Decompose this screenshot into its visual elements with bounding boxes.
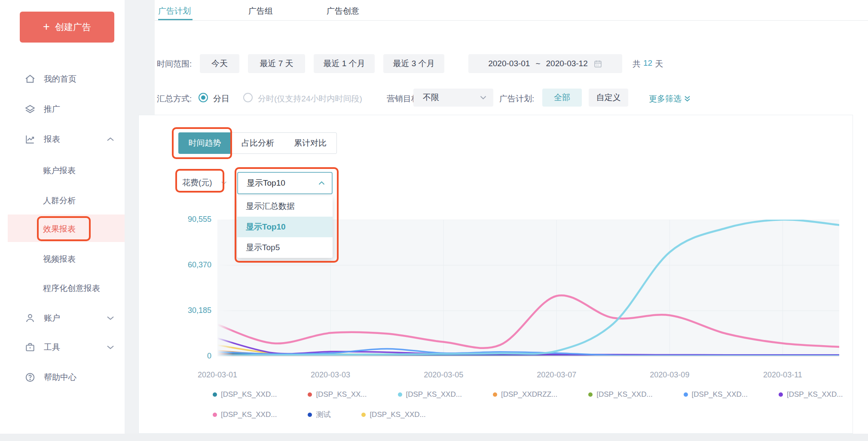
chart-tab-share-analysis[interactable]: 占比分析 xyxy=(231,132,284,154)
legend-dot-icon xyxy=(308,392,312,397)
topn-selected-value: 显示Top10 xyxy=(238,178,285,189)
double-chevron-down-icon xyxy=(684,95,691,102)
x-axis-tick: 2020-03-05 xyxy=(409,371,478,380)
campaign-all-button[interactable]: 全部 xyxy=(542,89,582,107)
legend-label: [DSP_KS_XXD... xyxy=(596,390,652,399)
create-ad-label: 创建广告 xyxy=(55,21,91,33)
summary-mode-label: 汇总方式: xyxy=(157,93,192,104)
total-days-number: 12 xyxy=(643,58,652,70)
quick-range-today-button[interactable]: 今天 xyxy=(200,54,239,73)
legend-item[interactable]: [DSP_KS_XX... xyxy=(308,390,367,399)
x-axis-tick: 2020-03-09 xyxy=(635,371,704,380)
legend-dot-icon xyxy=(684,392,688,397)
y-axis-tick: 0 xyxy=(157,352,211,361)
sidebar-item-home[interactable]: 我的首页 xyxy=(24,72,76,86)
x-axis-tick: 2020-03-07 xyxy=(522,371,591,380)
legend-label: [DSP_KS_XXD... xyxy=(406,390,462,399)
dropdown-option-top10[interactable]: 显示Top10 xyxy=(237,217,333,237)
legend-item[interactable]: [DSP_KS_XXD... xyxy=(684,390,748,399)
y-axis-tick: 90,555 xyxy=(157,215,211,224)
person-icon xyxy=(24,312,36,324)
legend-item[interactable]: [DSP_KS_XXD... xyxy=(398,390,462,399)
total-days: 共12天 xyxy=(633,58,663,70)
home-icon xyxy=(24,74,36,85)
legend-label: [DSP_KS_XXD... xyxy=(370,410,425,419)
legend-item[interactable]: [DSP_XXDRZZ... xyxy=(493,390,557,399)
legend-item[interactable]: [DSP_KS_XXD... xyxy=(213,410,277,420)
more-filters-label: 更多筛选 xyxy=(649,93,682,104)
x-axis-tick: 2020-03-11 xyxy=(748,371,817,380)
quick-range-3months-button[interactable]: 最近 3 个月 xyxy=(383,54,444,73)
chevron-down-icon[interactable] xyxy=(221,181,227,185)
metric-selector[interactable]: 花费(元) xyxy=(182,177,212,188)
tab-ad-creative[interactable]: 广告创意 xyxy=(327,6,359,17)
sidebar-item-account-report[interactable]: 账户报表 xyxy=(43,165,76,176)
sidebar-item-help-center[interactable]: 帮助中心 xyxy=(24,371,76,384)
radio-hourly[interactable] xyxy=(243,93,253,102)
legend-label: 测试 xyxy=(316,410,330,420)
sidebar-item-video-report[interactable]: 视频报表 xyxy=(43,254,76,265)
legend-item[interactable]: [DSP_KS_XXD... xyxy=(361,410,425,420)
dropdown-option-summary[interactable]: 显示汇总数据 xyxy=(237,196,333,217)
chevron-up-icon[interactable] xyxy=(107,136,114,142)
page-bottom-strip xyxy=(0,434,868,441)
legend-dot-icon xyxy=(779,392,783,397)
radio-daily-label[interactable]: 分日 xyxy=(213,93,229,104)
more-filters-link[interactable]: 更多筛选 xyxy=(649,93,691,104)
legend-item[interactable]: 测试 xyxy=(308,410,330,420)
marketing-goal-value: 不限 xyxy=(423,92,439,103)
chevron-down-icon[interactable] xyxy=(107,344,114,350)
quick-range-1month-button[interactable]: 最近 1 个月 xyxy=(314,54,375,73)
help-icon xyxy=(24,372,36,383)
legend-dot-icon xyxy=(361,413,366,417)
sidebar-item-label: 报表 xyxy=(44,134,60,145)
legend-dot-icon xyxy=(213,392,217,397)
tab-ad-group[interactable]: 广告组 xyxy=(248,6,273,17)
sidebar-item-reports[interactable]: 报表 xyxy=(24,132,60,146)
chevron-down-icon[interactable] xyxy=(107,315,114,321)
sidebar-item-label: 我的首页 xyxy=(44,74,76,85)
sidebar-item-tools[interactable]: 工具 xyxy=(24,340,60,354)
create-ad-button[interactable]: + 创建广告 xyxy=(20,12,114,43)
layers-icon xyxy=(24,104,36,115)
date-end: 2020-03-12 xyxy=(546,59,588,68)
sidebar-item-programmatic-creative-report[interactable]: 程序化创意报表 xyxy=(43,283,100,294)
dropdown-option-top5[interactable]: 显示Top5 xyxy=(237,237,333,258)
legend-item[interactable]: [DSP_KS_XXD... xyxy=(588,390,652,399)
campaign-filter-label: 广告计划: xyxy=(499,93,534,104)
chevron-up-icon xyxy=(318,181,325,185)
chart-tab-time-trend[interactable]: 时间趋势 xyxy=(178,132,231,154)
chart-left-fade xyxy=(217,220,233,356)
legend-label: [DSP_XXDRZZ... xyxy=(501,390,557,399)
topn-select[interactable]: 显示Top10 xyxy=(237,172,333,194)
tab-ad-campaign[interactable]: 广告计划 xyxy=(158,6,191,17)
legend-item[interactable]: [DSP_KS_XXD... xyxy=(213,390,277,399)
campaign-custom-button[interactable]: 自定义 xyxy=(589,89,628,107)
chart-tab-cumulative-compare[interactable]: 累计对比 xyxy=(284,132,337,154)
date-range-picker[interactable]: 2020-03-01 ~ 2020-03-12 xyxy=(468,54,622,73)
sidebar-item-label: 帮助中心 xyxy=(44,372,76,383)
marketing-goal-select[interactable]: 不限 xyxy=(413,89,493,107)
legend-label: [DSP_KS_XX... xyxy=(316,390,367,399)
legend-item[interactable]: [DSP_KS_XXD... xyxy=(779,390,843,399)
radio-daily[interactable] xyxy=(199,93,208,102)
sidebar-item-audience-analysis[interactable]: 人群分析 xyxy=(43,195,76,206)
sidebar-item-promotion[interactable]: 推广 xyxy=(24,102,60,116)
legend-label: [DSP_KS_XXD... xyxy=(221,410,277,419)
y-axis-tick: 30,185 xyxy=(157,306,211,315)
sidebar-item-label: 账户 xyxy=(44,312,60,324)
time-range-label: 时间范围: xyxy=(157,58,192,70)
date-tilde: ~ xyxy=(535,59,540,68)
calendar-icon xyxy=(593,59,602,68)
quick-range-7days-button[interactable]: 最近 7 天 xyxy=(248,54,305,73)
sidebar-item-label: 工具 xyxy=(44,342,60,353)
app-window: + 创建广告 我的首页 推广 报表 账户报表 人群分析 效果报表 视频报表 程序… xyxy=(0,0,868,441)
toolbox-icon xyxy=(24,342,36,353)
line-chart-icon xyxy=(24,134,36,145)
chart-legend-row-2: [DSP_KS_XXD...测试[DSP_KS_XXD... xyxy=(213,410,426,420)
sidebar-item-effect-report[interactable]: 效果报表 xyxy=(43,224,76,235)
sidebar-item-account[interactable]: 账户 xyxy=(24,311,60,325)
legend-dot-icon xyxy=(213,413,217,417)
y-axis-tick: 60,370 xyxy=(157,260,211,270)
radio-hourly-label[interactable]: 分时(仅支持24小时内时间段) xyxy=(258,93,362,104)
